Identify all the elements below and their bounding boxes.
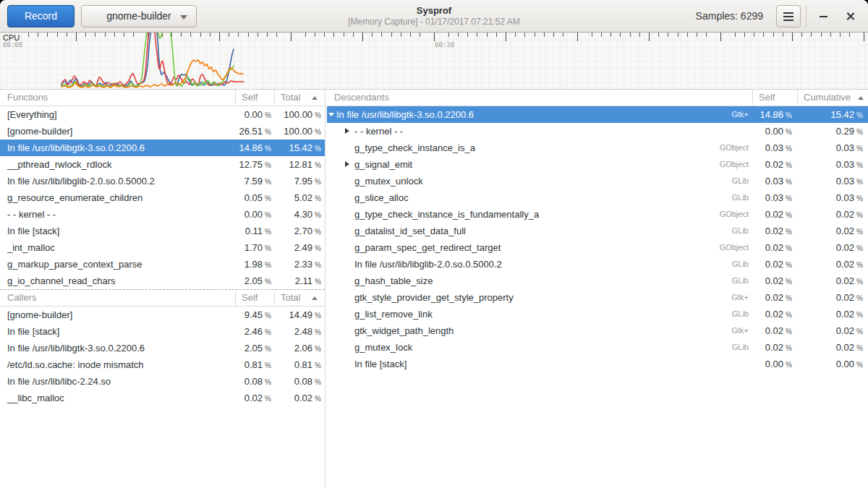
table-row[interactable]: g_list_remove_link GLib 0.02% 0.02% bbox=[327, 306, 868, 322]
pane-divider[interactable] bbox=[325, 90, 326, 488]
library-category: GObject bbox=[720, 156, 749, 173]
time-label-mid: 00:30 bbox=[435, 41, 454, 48]
self-percent: 0.02 bbox=[244, 393, 263, 403]
table-row[interactable]: [gnome-builder] 9.45% 14.49% bbox=[0, 307, 325, 323]
function-name: In file [stack] bbox=[7, 223, 59, 239]
cpu-graph[interactable]: CPU 00:00 00:30 bbox=[0, 33, 868, 90]
function-name: [Everything] bbox=[7, 106, 57, 123]
column-header-name[interactable]: Descendants bbox=[334, 90, 389, 106]
library-category: GObject bbox=[720, 239, 749, 256]
total-percent: 4.30 bbox=[294, 209, 312, 220]
cumulative-percent: 0.03 bbox=[836, 159, 854, 170]
total-percent: 0.08 bbox=[294, 376, 312, 387]
function-name: g_signal_emit bbox=[354, 156, 412, 173]
cpu-usage-chart bbox=[0, 33, 868, 90]
record-button[interactable]: Record bbox=[7, 5, 75, 27]
cumulative-percent: 15.42 bbox=[831, 109, 855, 120]
library-category: GLib bbox=[732, 173, 749, 189]
table-row[interactable]: g_hash_table_size GLib 0.02% 0.02% bbox=[327, 273, 868, 289]
table-row[interactable]: g_type_check_instance_is_fundamentally_a… bbox=[327, 206, 868, 223]
column-header-self[interactable]: Self bbox=[242, 290, 258, 306]
function-name: In file [stack] bbox=[354, 356, 407, 372]
table-row[interactable]: In file [stack] 0.00% 0.00% bbox=[327, 356, 868, 372]
table-row[interactable]: g_markup_parse_context_parse 1.98% 2.33% bbox=[0, 256, 325, 273]
function-name: g_mutex_unlock bbox=[354, 173, 423, 189]
function-name: g_type_check_instance_is_a bbox=[354, 140, 475, 156]
table-row[interactable]: In file /usr/lib/libgtk-3.so.0.2200.6 Gt… bbox=[327, 106, 868, 123]
column-header-total[interactable]: Total bbox=[281, 90, 300, 106]
column-separator[interactable] bbox=[235, 90, 236, 106]
table-row[interactable]: g_param_spec_get_redirect_target GObject… bbox=[327, 239, 868, 256]
hamburger-icon bbox=[783, 12, 793, 21]
table-header: Callers Self Total bbox=[0, 290, 325, 307]
column-header-self[interactable]: Self bbox=[242, 90, 258, 106]
table-row[interactable]: gtk_style_provider_get_style_property Gt… bbox=[327, 289, 868, 306]
table-row[interactable]: - - kernel - - 0.00% 4.30% bbox=[0, 206, 325, 223]
cumulative-percent: 0.02 bbox=[836, 325, 854, 336]
table-row[interactable]: /etc/ld.so.cache: inode mismatch 0.81% 0… bbox=[0, 356, 325, 373]
library-category: Gtk+ bbox=[731, 322, 749, 339]
table-row[interactable]: __libc_malloc 0.02% 0.02% bbox=[0, 390, 325, 406]
expander-open-icon[interactable] bbox=[328, 113, 334, 116]
sysprof-window: Record gnome-builder Sysprof [Memory Cap… bbox=[0, 0, 868, 488]
library-category: Gtk+ bbox=[731, 289, 749, 306]
title-box: Sysprof [Memory Capture] - 01/17/2017 07… bbox=[289, 5, 579, 27]
process-selector-label: gnome-builder bbox=[106, 10, 171, 22]
table-row[interactable]: In file /usr/lib/libglib-2.0.so.0.5000.2… bbox=[327, 256, 868, 273]
table-row[interactable]: g_mutex_lock GLib 0.02% 0.02% bbox=[327, 339, 868, 356]
table-row[interactable]: [gnome-builder] 26.51% 100.00% bbox=[0, 123, 325, 140]
expander-closed-icon[interactable] bbox=[345, 161, 349, 167]
table-row[interactable]: g_mutex_unlock GLib 0.03% 0.03% bbox=[327, 173, 868, 189]
total-percent: 7.95 bbox=[294, 176, 312, 187]
self-percent: 0.81 bbox=[244, 359, 263, 370]
function-name: g_slice_alloc bbox=[354, 189, 408, 206]
table-row[interactable]: g_signal_emit GObject 0.02% 0.03% bbox=[327, 156, 868, 173]
column-header-total[interactable]: Total bbox=[281, 290, 300, 306]
library-category: GLib bbox=[732, 273, 749, 289]
cumulative-percent: 0.00 bbox=[836, 359, 854, 369]
table-row[interactable]: gtk_widget_path_length Gtk+ 0.02% 0.02% bbox=[327, 322, 868, 339]
function-name: In file /usr/lib/libgtk-3.so.0.2200.6 bbox=[7, 340, 145, 356]
table-row[interactable]: g_type_check_instance_is_a GObject 0.03%… bbox=[327, 140, 868, 156]
minimize-icon bbox=[820, 16, 827, 17]
close-button[interactable] bbox=[843, 9, 858, 24]
column-separator[interactable] bbox=[797, 90, 798, 106]
total-percent: 2.48 bbox=[294, 326, 312, 337]
table-row[interactable]: g_io_channel_read_chars 2.05% 2.11% bbox=[0, 273, 325, 289]
column-separator[interactable] bbox=[274, 290, 275, 307]
table-row[interactable]: _int_malloc 1.70% 2.49% bbox=[0, 239, 325, 256]
function-name: g_param_spec_get_redirect_target bbox=[354, 239, 501, 256]
column-header-name[interactable]: Callers bbox=[7, 290, 36, 306]
table-row[interactable]: In file [stack] 0.11% 2.70% bbox=[0, 223, 325, 239]
table-row[interactable]: [Everything] 0.00% 100.00% bbox=[0, 106, 325, 123]
self-percent: 0.02 bbox=[765, 342, 783, 353]
table-row[interactable]: In file /usr/lib/libc-2.24.so 0.08% 0.08… bbox=[0, 373, 325, 390]
table-row[interactable]: g_datalist_id_set_data_full GLib 0.02% 0… bbox=[327, 223, 868, 239]
table-row[interactable]: In file [stack] 2.46% 2.48% bbox=[0, 323, 325, 340]
library-category: GLib bbox=[732, 339, 749, 356]
table-row[interactable]: __pthread_rwlock_rdlock 12.75% 12.81% bbox=[0, 156, 325, 173]
column-separator[interactable] bbox=[274, 90, 275, 106]
table-row[interactable]: In file /usr/lib/libgtk-3.so.0.2200.6 2.… bbox=[0, 340, 325, 356]
table-row[interactable]: g_slice_alloc GLib 0.03% 0.03% bbox=[327, 189, 868, 206]
column-header-cumulative[interactable]: Cumulative bbox=[804, 90, 851, 106]
table-row[interactable]: In file /usr/lib/libgtk-3.so.0.2200.6 14… bbox=[0, 140, 325, 156]
cumulative-percent: 0.02 bbox=[836, 292, 854, 303]
cumulative-percent: 0.02 bbox=[836, 259, 854, 270]
process-selector-dropdown[interactable]: gnome-builder bbox=[81, 5, 197, 27]
ruler-ticks bbox=[29, 33, 864, 41]
column-header-self[interactable]: Self bbox=[759, 90, 775, 106]
table-row[interactable]: - - kernel - - 0.00% 0.29% bbox=[327, 123, 868, 140]
self-percent: 0.02 bbox=[765, 159, 783, 170]
expander-closed-icon[interactable] bbox=[345, 128, 349, 134]
table-row[interactable]: g_resource_enumerate_children 0.05% 5.02… bbox=[0, 189, 325, 206]
function-name: g_mutex_lock bbox=[354, 339, 412, 356]
minimize-button[interactable] bbox=[813, 5, 835, 27]
window-subtitle: [Memory Capture] - 01/17/2017 07:21:52 A… bbox=[289, 17, 579, 27]
function-name: g_resource_enumerate_children bbox=[7, 189, 142, 206]
column-separator[interactable] bbox=[752, 90, 753, 106]
column-separator[interactable] bbox=[235, 290, 236, 307]
column-header-name[interactable]: Functions bbox=[7, 90, 48, 106]
menu-button[interactable] bbox=[776, 5, 801, 27]
table-row[interactable]: In file /usr/lib/libglib-2.0.so.0.5000.2… bbox=[0, 173, 325, 189]
